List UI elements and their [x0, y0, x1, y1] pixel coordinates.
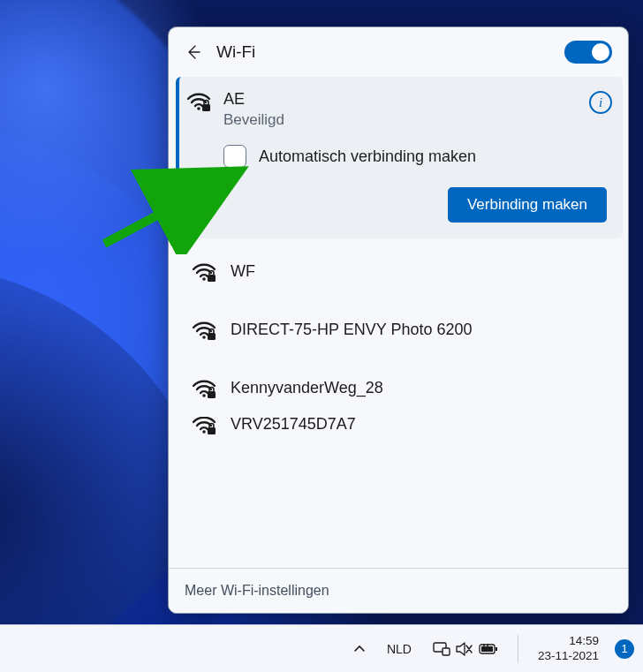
battery-charging-icon: [479, 643, 498, 655]
network-name: KennyvanderWeg_28: [231, 378, 383, 398]
network-name: VRV251745D7A7: [231, 417, 356, 434]
back-button[interactable]: [181, 40, 206, 64]
language-indicator[interactable]: NLD: [382, 638, 417, 660]
taskbar-clock[interactable]: 14:59 23-11-2021: [533, 634, 604, 664]
display-icon: [433, 642, 450, 656]
wifi-toggle[interactable]: [564, 41, 612, 64]
tray-separator: [518, 635, 518, 663]
network-item[interactable]: WF: [176, 242, 623, 300]
wifi-secure-icon: [192, 261, 216, 283]
svg-point-2: [202, 278, 206, 282]
more-wifi-settings[interactable]: Meer Wi-Fi-instellingen: [169, 568, 628, 613]
flyout-title: Wi-Fi: [216, 42, 554, 62]
svg-rect-15: [481, 646, 493, 652]
clock-date: 23-11-2021: [538, 649, 599, 664]
network-name: DIRECT-75-HP ENVY Photo 6200: [231, 320, 472, 340]
arrow-left-icon: [185, 43, 202, 61]
notification-badge[interactable]: 1: [615, 639, 634, 659]
network-name: AE: [223, 89, 577, 109]
network-list: AE Beveiligd i Automatisch verbinding ma…: [169, 77, 628, 568]
taskbar: NLD 14:59 23-11-2021 1: [0, 624, 643, 672]
network-status: Beveiligd: [223, 111, 577, 129]
chevron-up-icon: [353, 643, 366, 655]
wifi-secure-icon: [192, 320, 216, 341]
svg-rect-7: [208, 391, 216, 398]
svg-point-4: [202, 336, 206, 340]
svg-rect-14: [495, 647, 497, 651]
svg-point-0: [197, 107, 200, 110]
network-info-button[interactable]: i: [589, 91, 612, 114]
svg-point-8: [202, 431, 206, 434]
svg-point-6: [202, 395, 206, 398]
volume-mute-icon: [456, 642, 473, 656]
network-item[interactable]: VRV251745D7A7: [176, 417, 623, 442]
flyout-header: Wi-Fi: [169, 27, 628, 77]
svg-rect-5: [208, 333, 216, 340]
connect-button[interactable]: Verbinding maken: [448, 187, 607, 223]
network-item[interactable]: KennyvanderWeg_28: [176, 359, 623, 417]
wifi-secure-icon: [192, 417, 216, 435]
quick-settings-button[interactable]: [427, 638, 503, 660]
auto-connect-label: Automatisch verbinding maken: [259, 147, 476, 166]
svg-rect-12: [443, 648, 450, 655]
network-item-selected[interactable]: AE Beveiligd i Automatisch verbinding ma…: [176, 77, 623, 238]
auto-connect-checkbox[interactable]: [223, 145, 246, 168]
wifi-flyout: Wi-Fi AE Beveiligd: [168, 26, 629, 614]
tray-overflow-button[interactable]: [348, 639, 371, 659]
wifi-secure-icon: [192, 378, 216, 399]
svg-rect-3: [208, 275, 216, 282]
svg-rect-9: [208, 427, 216, 434]
network-item[interactable]: DIRECT-75-HP ENVY Photo 6200: [176, 300, 623, 359]
wifi-secure-icon: [186, 91, 211, 112]
svg-rect-1: [202, 104, 210, 111]
clock-time: 14:59: [538, 634, 599, 649]
network-name: WF: [231, 261, 255, 282]
